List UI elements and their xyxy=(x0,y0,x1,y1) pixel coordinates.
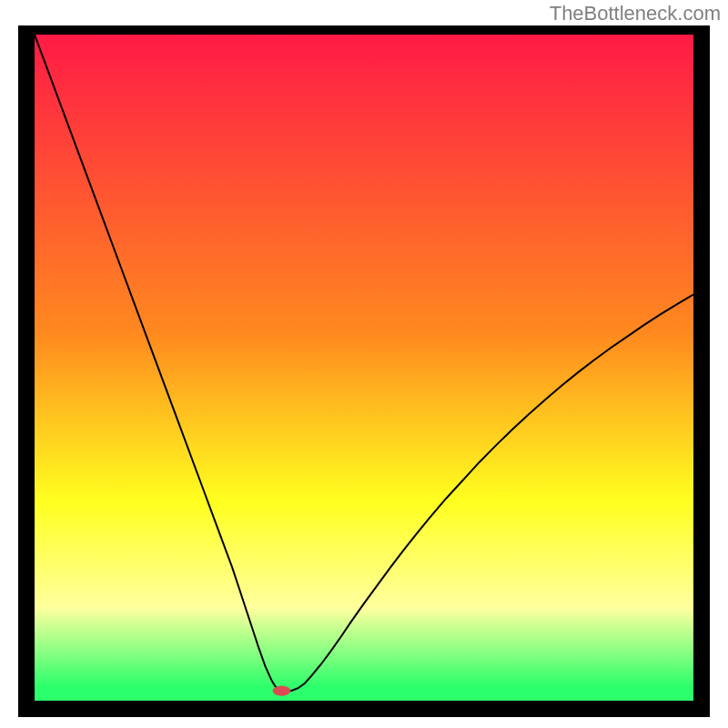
chart-svg xyxy=(35,35,693,701)
plot-frame xyxy=(18,25,710,717)
gradient-background xyxy=(35,35,693,701)
watermark: TheBottleneck.com xyxy=(550,2,721,25)
plot-area xyxy=(35,35,693,701)
svg-point-0 xyxy=(273,686,290,695)
optimum-marker xyxy=(273,686,290,695)
figure-root: TheBottleneck.com xyxy=(0,0,728,728)
